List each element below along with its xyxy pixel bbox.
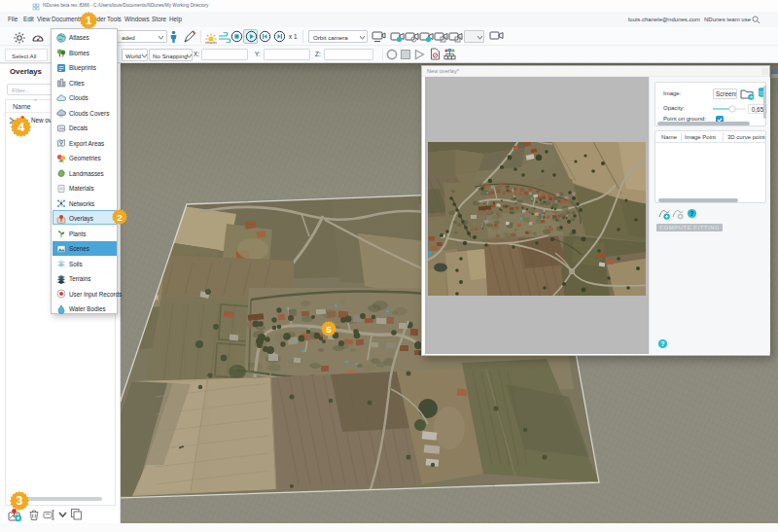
svg-text:3: 3 (17, 494, 23, 508)
svg-text:1: 1 (86, 14, 91, 25)
svg-text:?: ? (690, 210, 693, 217)
svg-text:5: 5 (326, 324, 332, 335)
svg-text:?: ? (660, 340, 664, 347)
svg-text:4: 4 (18, 120, 25, 134)
svg-text:2: 2 (117, 211, 123, 222)
